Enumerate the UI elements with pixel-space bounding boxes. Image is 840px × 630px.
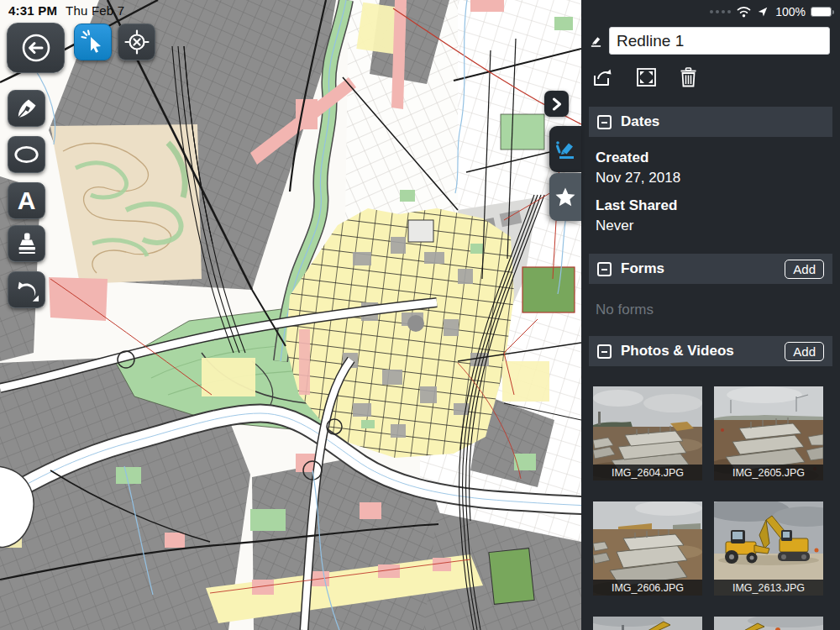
chevron-right-icon <box>552 97 562 111</box>
photo-thumbnail[interactable] <box>593 617 702 630</box>
back-button[interactable] <box>7 23 65 73</box>
share-export-icon <box>592 67 613 87</box>
last-shared-label: Last Shared <box>596 196 840 216</box>
photo-partial-preview <box>593 617 702 630</box>
tab-redline-info[interactable] <box>549 126 581 172</box>
undo-tool-button[interactable] <box>8 271 45 308</box>
section-header-photos[interactable]: Photos & Videos Add <box>589 336 832 366</box>
status-bar-left: 4:31 PMThu Feb 7 <box>8 3 124 18</box>
text-tool-button[interactable]: A <box>8 182 45 219</box>
collapse-minus-icon <box>597 262 612 276</box>
created-label: Created <box>596 148 840 168</box>
photo-grid: IMG_2604.JPG <box>581 366 840 630</box>
collapse-panel-button[interactable] <box>544 91 569 117</box>
photo-partial-preview <box>714 617 823 630</box>
last-shared-value: Never <box>596 216 840 236</box>
status-bar-right: 100% <box>581 0 840 18</box>
photo-thumbnail[interactable]: IMG_2613.JPG <box>714 501 823 596</box>
dates-section-title: Dates <box>621 113 824 130</box>
draw-tool-button[interactable] <box>8 90 45 127</box>
battery-percent: 100% <box>775 5 806 18</box>
stamp-icon <box>14 231 39 256</box>
cellular-signal-icon <box>710 10 731 13</box>
section-header-dates[interactable]: Dates <box>589 107 832 137</box>
panel-actions <box>592 67 840 89</box>
redline-marker-icon <box>554 139 576 160</box>
ellipse-tool-button[interactable] <box>8 136 45 173</box>
add-photo-button[interactable]: Add <box>785 342 824 361</box>
redline-marker-icon <box>590 28 602 55</box>
photo-thumbnail[interactable]: IMG_2605.JPG <box>714 386 823 480</box>
photo-thumbnail[interactable]: IMG_2604.JPG <box>593 386 702 480</box>
photo-thumbnail[interactable]: IMG_2606.JPG <box>593 501 702 596</box>
ellipse-icon <box>13 144 39 165</box>
undo-arrow-icon <box>13 276 39 303</box>
photo-filename: IMG_2604.JPG <box>593 465 702 480</box>
tap-cursor-icon <box>81 29 106 55</box>
dates-body: Created Nov 27, 2018 Last Shared Never <box>581 137 840 236</box>
wifi-icon <box>736 6 752 18</box>
tab-favorites[interactable] <box>549 173 581 221</box>
photos-section-title: Photos & Videos <box>621 343 785 360</box>
status-date: Thu Feb 7 <box>66 3 124 18</box>
photo-filename: IMG_2613.JPG <box>714 580 823 596</box>
photo-filename: IMG_2605.JPG <box>714 465 823 480</box>
map-canvas[interactable]: 4:31 PMThu Feb 7 <box>0 0 581 630</box>
select-tool-button[interactable] <box>74 24 112 60</box>
add-form-button[interactable]: Add <box>785 260 824 279</box>
star-icon <box>554 186 576 207</box>
text-tool-glyph: A <box>18 188 36 213</box>
trash-icon <box>680 67 697 87</box>
status-time: 4:31 PM <box>8 3 57 18</box>
photo-filename: IMG_2606.JPG <box>593 580 702 596</box>
no-forms-text: No forms <box>581 284 840 318</box>
created-value: Nov 27, 2018 <box>596 168 840 188</box>
detail-panel: 100% <box>581 0 840 630</box>
fullscreen-button[interactable] <box>636 67 657 90</box>
photo-thumbnail[interactable] <box>714 617 823 630</box>
forms-section-title: Forms <box>621 260 785 277</box>
back-arrow-icon <box>18 30 54 66</box>
collapse-minus-icon <box>597 344 612 359</box>
app-root: 4:31 PMThu Feb 7 <box>0 0 840 630</box>
collapse-minus-icon <box>597 115 612 129</box>
redline-name-input[interactable] <box>609 27 830 55</box>
battery-icon <box>811 7 832 17</box>
fullscreen-icon <box>636 67 657 87</box>
locate-tool-button[interactable] <box>118 24 155 60</box>
share-button[interactable] <box>592 67 613 90</box>
stamp-tool-button[interactable] <box>8 225 45 262</box>
delete-button[interactable] <box>680 67 697 90</box>
panel-header <box>590 27 830 55</box>
pen-nib-icon <box>14 96 39 121</box>
location-arrow-icon <box>757 6 769 18</box>
gps-crosshair-icon <box>124 29 150 55</box>
section-header-forms[interactable]: Forms Add <box>589 254 832 284</box>
map-art <box>0 0 581 630</box>
